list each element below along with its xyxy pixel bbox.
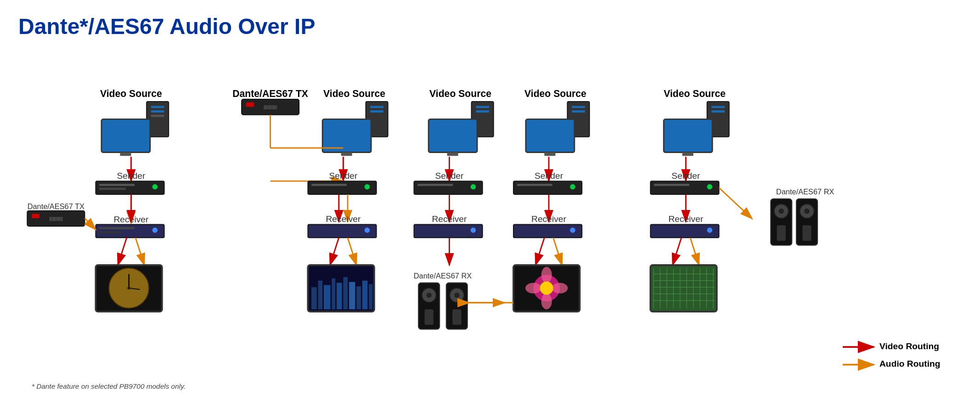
svg-text:Video Source: Video Source	[664, 88, 726, 99]
svg-line-150	[673, 238, 681, 265]
svg-line-62	[348, 238, 356, 265]
svg-line-136	[719, 188, 752, 219]
svg-text:XII: XII	[126, 285, 132, 290]
svg-point-93	[426, 293, 432, 298]
svg-line-25	[135, 238, 144, 265]
svg-point-120	[541, 294, 552, 310]
svg-text:Video Source: Video Source	[524, 88, 586, 99]
svg-rect-105	[544, 153, 555, 156]
svg-text:* Dante feature on selected PB: * Dante feature on selected PB9700 model…	[32, 383, 186, 391]
svg-rect-135	[654, 184, 689, 186]
svg-rect-103	[572, 110, 585, 113]
svg-text:Video Source: Video Source	[100, 88, 162, 99]
svg-text:Sender: Sender	[535, 171, 563, 181]
svg-point-121	[525, 283, 541, 294]
svg-rect-127	[711, 106, 725, 108]
svg-rect-10	[120, 153, 131, 156]
svg-rect-73	[369, 284, 372, 309]
svg-text:|||||||||||||: |||||||||||||	[49, 216, 62, 221]
svg-rect-72	[362, 281, 368, 310]
svg-line-116	[553, 238, 562, 265]
svg-rect-83	[471, 184, 476, 190]
svg-rect-109	[570, 184, 575, 190]
svg-rect-78	[428, 119, 477, 152]
svg-rect-110	[517, 184, 552, 186]
svg-rect-67	[332, 278, 335, 309]
svg-rect-44	[370, 106, 383, 108]
svg-rect-70	[349, 282, 355, 310]
svg-point-140	[779, 209, 784, 214]
svg-rect-76	[476, 106, 489, 108]
svg-rect-34	[32, 214, 39, 218]
svg-text:Sender: Sender	[435, 171, 464, 181]
svg-rect-88	[471, 227, 476, 233]
svg-rect-104	[526, 119, 574, 152]
svg-rect-15	[99, 184, 135, 186]
svg-text:Dante/AES67 TX: Dante/AES67 TX	[28, 202, 84, 210]
svg-rect-23	[99, 231, 121, 233]
svg-rect-130	[682, 153, 693, 156]
svg-text:Receiver: Receiver	[668, 214, 704, 224]
svg-text:Sender: Sender	[671, 171, 700, 181]
svg-rect-21	[152, 227, 158, 233]
svg-rect-47	[341, 153, 352, 156]
svg-rect-45	[370, 110, 383, 113]
svg-text:Receiver: Receiver	[432, 214, 467, 224]
svg-rect-68	[337, 283, 342, 310]
svg-rect-128	[711, 110, 725, 113]
svg-line-115	[535, 238, 544, 265]
svg-line-24	[118, 238, 127, 265]
svg-rect-98	[452, 309, 461, 325]
svg-text:Dante/AES67 TX: Dante/AES67 TX	[232, 88, 308, 99]
svg-rect-22	[99, 227, 135, 229]
svg-rect-66	[324, 285, 330, 309]
svg-rect-55	[311, 184, 347, 186]
svg-point-122	[552, 283, 568, 294]
svg-line-36	[84, 218, 96, 230]
svg-rect-71	[356, 286, 361, 309]
svg-text:Audio Routing: Audio Routing	[879, 359, 941, 369]
svg-rect-102	[572, 106, 585, 108]
svg-point-119	[541, 267, 552, 283]
svg-rect-69	[343, 277, 348, 309]
svg-rect-145	[802, 225, 811, 241]
svg-rect-149	[707, 227, 713, 233]
svg-rect-8	[151, 115, 164, 117]
svg-rect-16	[99, 188, 126, 190]
svg-rect-65	[318, 281, 323, 310]
svg-rect-14	[152, 184, 158, 190]
page-title: Dante*/AES67 Audio Over IP	[18, 14, 962, 39]
svg-rect-6	[151, 106, 164, 108]
svg-rect-60	[365, 227, 370, 233]
svg-point-144	[804, 209, 810, 214]
svg-point-97	[454, 293, 460, 298]
svg-text:Video Routing: Video Routing	[879, 341, 939, 351]
svg-rect-77	[476, 110, 489, 113]
svg-rect-9	[101, 119, 150, 152]
svg-rect-141	[777, 225, 786, 241]
svg-rect-94	[425, 309, 434, 325]
svg-rect-54	[365, 184, 370, 190]
svg-text:|||||||||||||: |||||||||||||	[264, 105, 277, 109]
svg-rect-64	[311, 287, 317, 309]
svg-rect-114	[570, 227, 575, 233]
svg-line-151	[690, 238, 699, 265]
svg-text:Sender: Sender	[117, 171, 146, 181]
svg-rect-129	[664, 119, 712, 152]
svg-rect-40	[246, 102, 254, 107]
svg-text:Receiver: Receiver	[531, 214, 567, 224]
svg-rect-79	[447, 153, 458, 156]
svg-rect-7	[151, 110, 164, 113]
svg-rect-84	[417, 184, 453, 186]
svg-text:Receiver: Receiver	[326, 214, 361, 224]
svg-rect-134	[707, 184, 713, 190]
svg-text:Dante/AES67 RX: Dante/AES67 RX	[414, 272, 472, 280]
svg-text:Video Source: Video Source	[323, 88, 385, 99]
svg-point-123	[540, 282, 553, 295]
diagram-area: Video Source Sender Receiver	[18, 57, 962, 397]
svg-line-61	[330, 238, 339, 265]
svg-text:Video Source: Video Source	[429, 88, 491, 99]
svg-text:Sender: Sender	[329, 171, 358, 181]
svg-text:Dante/AES67 RX: Dante/AES67 RX	[776, 187, 834, 196]
